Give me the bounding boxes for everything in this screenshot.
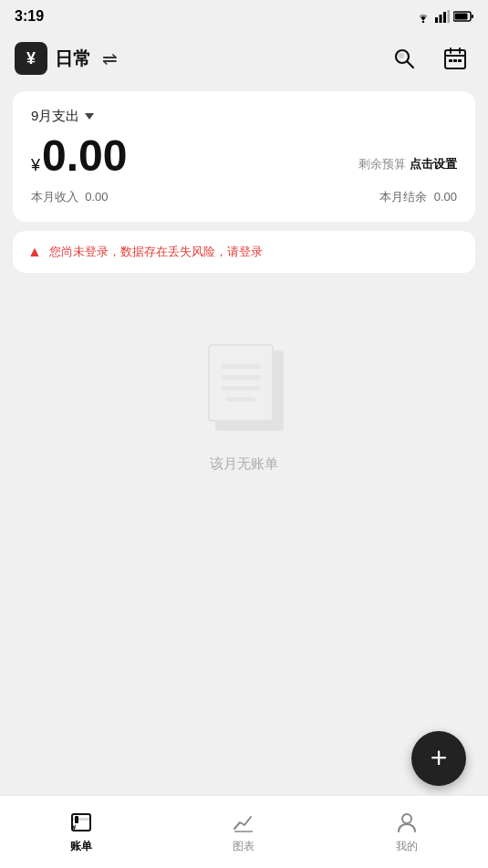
currency-symbol: ¥ bbox=[31, 157, 40, 173]
budget-label: 剩余预算 bbox=[358, 156, 406, 173]
svg-rect-6 bbox=[472, 15, 473, 18]
svg-rect-15 bbox=[449, 59, 452, 62]
svg-rect-3 bbox=[443, 12, 446, 23]
status-bar: 3:19 bbox=[0, 0, 488, 33]
nav-label-ledger: 账单 bbox=[70, 839, 92, 854]
bottom-nav: ¥ 账单 图表 我的 bbox=[0, 795, 488, 868]
empty-icon bbox=[190, 337, 299, 437]
month-row[interactable]: 9月支出 bbox=[31, 108, 457, 125]
svg-text:¥: ¥ bbox=[72, 823, 77, 831]
wifi-icon bbox=[415, 10, 431, 23]
add-record-button[interactable]: + bbox=[411, 731, 466, 786]
amount-row: ¥ 0.00 剩余预算 点击设置 bbox=[31, 134, 457, 178]
search-icon bbox=[392, 47, 416, 70]
empty-text: 该月无账单 bbox=[210, 455, 278, 473]
header: ¥ 日常 ⇌ bbox=[0, 33, 488, 84]
header-right bbox=[386, 40, 473, 77]
budget-set-button[interactable]: 点击设置 bbox=[410, 156, 457, 173]
summary-card: 9月支出 ¥ 0.00 剩余预算 点击设置 本月收入 0.00 本月结余 0.0… bbox=[13, 91, 475, 222]
svg-rect-2 bbox=[440, 15, 442, 23]
app-logo: ¥ bbox=[15, 42, 47, 75]
empty-state: 该月无账单 bbox=[13, 282, 475, 509]
search-button[interactable] bbox=[386, 40, 422, 77]
svg-line-9 bbox=[408, 62, 414, 68]
nav-item-ledger[interactable]: ¥ 账单 bbox=[0, 796, 162, 868]
month-chevron-icon bbox=[85, 113, 94, 120]
balance-label: 本月结余 bbox=[379, 190, 427, 204]
status-icons bbox=[415, 10, 473, 23]
budget-display[interactable]: 剩余预算 点击设置 bbox=[358, 156, 457, 178]
header-title: 日常 bbox=[55, 47, 91, 71]
balance-stat: 本月结余 0.00 bbox=[379, 189, 457, 205]
plus-icon: + bbox=[431, 743, 448, 772]
switch-icon[interactable]: ⇌ bbox=[102, 47, 118, 69]
balance-value: 0.00 bbox=[434, 190, 457, 204]
signal-icon bbox=[435, 10, 450, 23]
warning-card[interactable]: ▲ 您尚未登录，数据存在丢失风险，请登录 bbox=[13, 231, 475, 273]
svg-rect-1 bbox=[435, 17, 438, 23]
battery-icon bbox=[453, 11, 473, 22]
month-label: 9月支出 bbox=[31, 108, 79, 125]
svg-rect-20 bbox=[75, 816, 78, 823]
ledger-icon: ¥ bbox=[68, 810, 94, 835]
chart-icon bbox=[231, 810, 256, 835]
income-label: 本月收入 bbox=[31, 190, 78, 204]
nav-label-chart: 图表 bbox=[233, 839, 254, 854]
warning-text: 您尚未登录，数据存在丢失风险，请登录 bbox=[49, 244, 263, 260]
calendar-button[interactable] bbox=[437, 40, 473, 77]
nav-item-chart[interactable]: 图表 bbox=[162, 796, 325, 868]
summary-stats-row: 本月收入 0.00 本月结余 0.00 bbox=[31, 189, 457, 205]
main-content: 9月支出 ¥ 0.00 剩余预算 点击设置 本月收入 0.00 本月结余 0.0… bbox=[0, 84, 488, 517]
income-stat: 本月收入 0.00 bbox=[31, 189, 109, 205]
nav-label-profile: 我的 bbox=[396, 839, 418, 854]
profile-icon bbox=[394, 810, 420, 835]
income-value: 0.00 bbox=[85, 190, 108, 204]
amount-value: 0.00 bbox=[42, 134, 127, 178]
warning-icon: ▲ bbox=[27, 244, 42, 260]
svg-rect-16 bbox=[453, 59, 457, 62]
nav-item-profile[interactable]: 我的 bbox=[326, 796, 488, 868]
svg-point-23 bbox=[402, 814, 411, 823]
svg-point-10 bbox=[399, 53, 404, 58]
svg-point-0 bbox=[422, 21, 424, 23]
amount-display: ¥ 0.00 bbox=[31, 134, 127, 178]
status-time: 3:19 bbox=[15, 8, 44, 25]
doc-front-icon bbox=[208, 344, 274, 422]
header-left: ¥ 日常 ⇌ bbox=[15, 42, 118, 75]
svg-rect-4 bbox=[448, 10, 451, 23]
calendar-icon bbox=[443, 47, 467, 70]
svg-rect-7 bbox=[455, 14, 468, 20]
svg-rect-17 bbox=[458, 59, 462, 62]
